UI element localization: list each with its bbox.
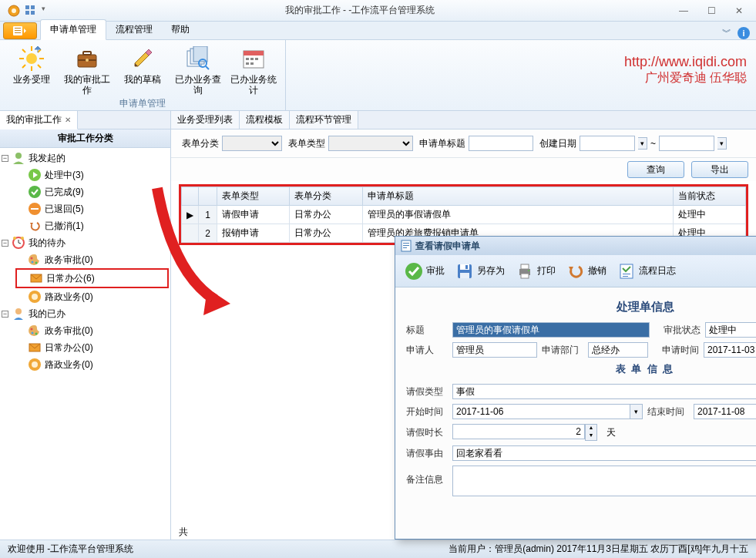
input-date-from[interactable] [580, 136, 635, 151]
label-remark: 备注信息 [406, 466, 448, 486]
dialog-title-bar[interactable]: 查看请假申请单 — ❐ ✕ [395, 237, 756, 255]
maximize-button[interactable]: ☐ [702, 5, 721, 16]
input-start-date[interactable] [452, 404, 630, 419]
input-end-date[interactable] [694, 404, 756, 419]
doc-tab-my-approval[interactable]: 我的审批工作 ✕ [0, 111, 78, 129]
svg-rect-67 [460, 273, 469, 278]
select-form-category[interactable] [222, 136, 282, 151]
ribbon-group-title: 申请单管理 [6, 96, 279, 112]
svg-rect-39 [31, 208, 39, 210]
collapse-icon[interactable]: − [2, 311, 8, 318]
ribbon-new-request-button[interactable]: 业务受理 [6, 43, 57, 96]
spin-up-icon[interactable]: ▲ [586, 425, 596, 432]
tree-node-done-daily[interactable]: 日常办公(0) [15, 339, 169, 356]
process-log-button[interactable]: 流程日志 [613, 259, 680, 284]
tree-node-completed[interactable]: 已完成(9) [15, 183, 169, 200]
stack-search-icon [186, 46, 210, 71]
input-apply-time[interactable] [704, 342, 756, 358]
ribbon-group-request: 业务受理 我的审批工作 我的草稿 已办业务查询 已办业务统计 申请单管理 [0, 40, 286, 110]
tree-node-done[interactable]: − 我的已办 [2, 305, 169, 322]
ribbon-done-stats-button[interactable]: 已办业务统计 [228, 43, 279, 96]
check-green-icon [28, 185, 42, 199]
approve-button[interactable]: 审批 [400, 259, 449, 284]
sidebar-doc-tabs: 我的审批工作 ✕ [0, 111, 170, 129]
input-applicant[interactable] [452, 342, 537, 358]
info-icon[interactable]: i [738, 27, 750, 39]
close-icon[interactable]: ✕ [65, 116, 71, 124]
tree-node-road-biz[interactable]: 路政业务(0) [15, 288, 169, 305]
query-button[interactable]: 查询 [627, 161, 684, 178]
ribbon-collapse-icon[interactable]: ︾ [722, 26, 731, 39]
tree-node-done-road[interactable]: 路政业务(0) [15, 356, 169, 373]
ribbon-tab-help[interactable]: 帮助 [162, 20, 199, 39]
ribbon-tab-process[interactable]: 流程管理 [106, 20, 162, 39]
grid-row[interactable]: ▶ 1 请假申请 日常办公 管理员的事假请假单 处理中 [182, 206, 746, 224]
select-form-type[interactable] [328, 136, 413, 151]
input-reason[interactable] [452, 445, 756, 461]
input-title[interactable] [452, 322, 650, 338]
ribbon-my-approval-button[interactable]: 我的审批工作 [62, 43, 113, 96]
grid-cell-type: 报销申请 [217, 224, 290, 243]
minus-orange-icon [28, 202, 42, 216]
input-days[interactable] [452, 424, 585, 439]
ribbon-my-draft-button[interactable]: 我的草稿 [117, 43, 168, 96]
ribbon-tab-request[interactable]: 申请单管理 [40, 19, 106, 40]
grid-header-category[interactable]: 表单分类 [290, 187, 362, 206]
tree-node-daily-office[interactable]: 日常办公(6) [15, 268, 169, 288]
grid-row-marker: ▶ [182, 206, 199, 224]
ribbon-done-query-button[interactable]: 已办业务查询 [173, 43, 223, 96]
svg-point-51 [32, 294, 38, 300]
input-date-to[interactable] [659, 136, 714, 151]
dialog-body: 处理单信息 标题 审批状态 申请人 申请部门 申请时间 表 单 信 息 [395, 287, 756, 539]
grid-header-type[interactable]: 表单类型 [217, 187, 290, 206]
svg-point-55 [35, 333, 38, 335]
tree-node-done-gov[interactable]: 政务审批(0) [15, 322, 169, 339]
ribbon-tab-strip: 申请单管理 流程管理 帮助 ︾ i [0, 22, 756, 40]
doc-tab-accept-list[interactable]: 业务受理列表 [171, 111, 240, 129]
collapse-icon[interactable]: − [2, 155, 8, 162]
svg-rect-33 [246, 62, 249, 65]
textarea-remark[interactable] [452, 466, 756, 496]
input-leave-type[interactable] [452, 384, 756, 399]
svg-rect-20 [83, 52, 91, 55]
spin-down-icon[interactable]: ▼ [586, 432, 596, 440]
input-request-title[interactable] [469, 136, 533, 151]
doc-tab-template[interactable]: 流程模板 [240, 111, 290, 129]
grid-cell-type: 请假申请 [217, 206, 290, 224]
grid-cell-title: 管理员的事假请假单 [362, 206, 673, 224]
svg-line-16 [38, 65, 41, 68]
tree-node-initiated[interactable]: − 我发起的 [2, 150, 169, 166]
grid-header-status[interactable]: 当前状态 [673, 187, 745, 206]
input-dept[interactable] [588, 342, 648, 358]
save-as-button[interactable]: 另存为 [451, 259, 509, 284]
palette-icon [28, 253, 42, 267]
tree-node-gov-approval[interactable]: 政务审批(0) [15, 251, 169, 268]
doc-tab-step-mgmt[interactable]: 流程环节管理 [290, 111, 358, 129]
minimize-button[interactable]: — [674, 5, 693, 16]
brand-block: http://www.iqidi.com 广州爱奇迪 伍华聪 [624, 54, 747, 86]
date-drop-icon[interactable]: ▾ [630, 404, 643, 419]
svg-rect-29 [244, 51, 264, 55]
collapse-icon[interactable]: − [2, 240, 8, 247]
tree-node-cancelled[interactable]: 已撤消(1) [15, 217, 169, 234]
brand-url[interactable]: http://www.iqidi.com [624, 54, 747, 70]
tree-node-processing[interactable]: 处理中(3) [15, 166, 169, 183]
input-status[interactable] [705, 322, 756, 338]
tree-node-returned[interactable]: 已退回(5) [15, 200, 169, 217]
date-drop-icon[interactable]: ▾ [638, 137, 647, 150]
svg-rect-31 [250, 58, 254, 60]
result-grid[interactable]: 表单类型 表单分类 申请单标题 当前状态 ▶ 1 请假申请 日常办公 管理员的事… [181, 187, 746, 243]
grid-header-title[interactable]: 申请单标题 [362, 187, 673, 206]
tree-node-todo[interactable]: − 我的待办 [2, 234, 169, 251]
export-button[interactable]: 导出 [691, 161, 748, 178]
print-button[interactable]: 打印 [511, 259, 560, 284]
search-bar: 表单分类 表单类型 申请单标题 创建日期 ▾ ~ ▾ [171, 129, 756, 158]
revoke-button[interactable]: 撤销 [562, 259, 611, 284]
date-drop-icon[interactable]: ▾ [717, 137, 727, 150]
close-button[interactable]: ✕ [730, 5, 748, 16]
app-menu-button[interactable] [3, 22, 37, 39]
tiles-icon[interactable] [25, 5, 37, 17]
svg-rect-7 [15, 28, 21, 29]
undo-arrow-icon [566, 262, 585, 281]
label-title: 标题 [406, 324, 448, 337]
